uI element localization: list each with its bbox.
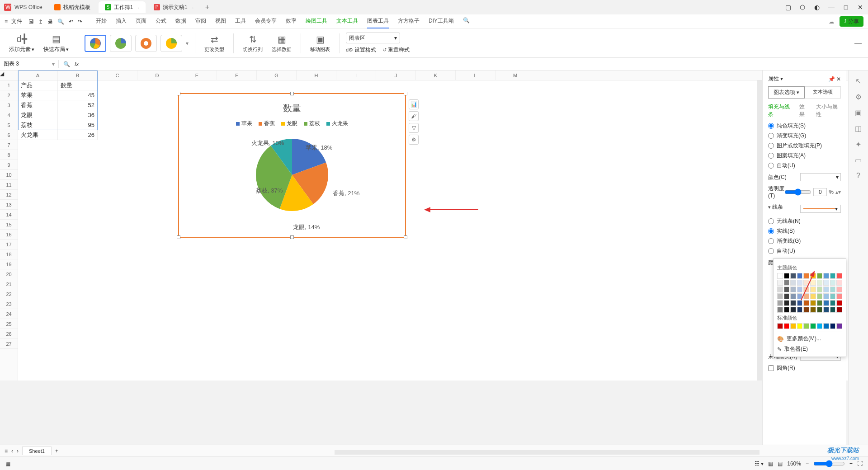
column-header[interactable]: K: [416, 70, 456, 80]
settings-dock-icon[interactable]: ⚙: [855, 93, 862, 101]
row-header[interactable]: 13: [0, 200, 18, 210]
column-header[interactable]: E: [177, 70, 217, 80]
preview-icon[interactable]: 🔍: [57, 19, 64, 25]
mtab-formula[interactable]: 公式: [156, 14, 166, 28]
row-header[interactable]: 7: [0, 140, 18, 150]
export-icon[interactable]: ↥: [38, 19, 43, 25]
file-menu[interactable]: 文件: [11, 18, 22, 25]
hamburger-icon[interactable]: ≡: [5, 19, 8, 25]
row-header[interactable]: 8: [0, 150, 18, 160]
cell-B1[interactable]: 数量: [58, 80, 98, 90]
color-swatch[interactable]: [830, 273, 836, 279]
row-header[interactable]: 5: [0, 120, 18, 130]
color-swatch[interactable]: [777, 307, 783, 313]
color-swatch[interactable]: [784, 287, 790, 292]
horizontal-scrollbar[interactable]: [335, 450, 760, 455]
column-header[interactable]: A: [18, 70, 58, 80]
mtab-view[interactable]: 视图: [215, 14, 226, 28]
row-header[interactable]: 26: [0, 329, 18, 339]
tab-workbook[interactable]: S工作簿1·: [99, 1, 146, 13]
mtab-page[interactable]: 页面: [136, 14, 146, 28]
help-icon[interactable]: ?: [856, 172, 860, 180]
column-header[interactable]: D: [137, 70, 177, 80]
resize-handle[interactable]: [290, 92, 294, 95]
color-swatch[interactable]: [823, 280, 829, 286]
color-swatch[interactable]: [777, 323, 783, 329]
column-header[interactable]: F: [217, 70, 257, 80]
mtab-diy[interactable]: DIY工具箱: [429, 14, 454, 28]
color-swatch[interactable]: [777, 293, 783, 299]
row-header[interactable]: 15: [0, 220, 18, 230]
color-swatch[interactable]: [790, 323, 796, 329]
row-header[interactable]: 18: [0, 249, 18, 259]
cell-A5[interactable]: 荔枝: [18, 120, 58, 130]
redo-icon[interactable]: ↷: [78, 19, 82, 25]
row-header[interactable]: 10: [0, 170, 18, 180]
column-header[interactable]: I: [336, 70, 376, 80]
color-swatch[interactable]: [836, 307, 842, 313]
chart-styles-icon[interactable]: 🖌: [409, 111, 419, 121]
select-all-cell[interactable]: ◢: [0, 70, 18, 80]
row-header[interactable]: 17: [0, 240, 18, 249]
mtab-tools[interactable]: 工具: [235, 14, 246, 28]
select-data-button[interactable]: ▦选择数据: [269, 34, 294, 53]
color-swatch[interactable]: [777, 273, 783, 279]
fx-icon[interactable]: fx: [75, 61, 79, 67]
set-format-button[interactable]: d⚙ 设置格式: [346, 46, 376, 54]
sheet-prev-icon[interactable]: ‹: [11, 448, 13, 454]
color-swatch[interactable]: [836, 300, 842, 306]
row-header[interactable]: 14: [0, 210, 18, 220]
color-swatch[interactable]: [830, 293, 836, 299]
color-swatch[interactable]: [797, 287, 803, 292]
row-header[interactable]: 27: [0, 339, 18, 349]
cell-B6[interactable]: 26: [58, 130, 98, 140]
cube-icon[interactable]: ⬡: [798, 4, 807, 11]
color-swatch[interactable]: [823, 307, 829, 313]
view-page-icon[interactable]: ▦: [768, 461, 773, 467]
row-header[interactable]: 9: [0, 160, 18, 170]
column-header[interactable]: B: [58, 70, 98, 80]
cell-B3[interactable]: 52: [58, 100, 98, 110]
column-header[interactable]: H: [297, 70, 336, 80]
name-box[interactable]: 图表 3▾: [0, 60, 59, 68]
view-layout-icon[interactable]: ▤: [778, 461, 783, 467]
tab-text-options[interactable]: 文本选项: [805, 86, 841, 99]
close-icon[interactable]: ✕: [836, 76, 841, 82]
color-swatch[interactable]: [797, 300, 803, 306]
subtab-effect[interactable]: 效果: [799, 103, 809, 118]
color-swatch[interactable]: [817, 287, 823, 292]
cell-B2[interactable]: 45: [58, 90, 98, 100]
color-swatch[interactable]: [790, 287, 796, 292]
cell-A2[interactable]: 苹果: [18, 90, 58, 100]
tab-template[interactable]: 找稻壳模板: [48, 1, 97, 13]
sheet-menu-icon[interactable]: ≡: [5, 448, 8, 454]
radio-line-solid[interactable]: 实线(S): [768, 227, 841, 235]
row-header[interactable]: 4: [0, 110, 18, 120]
cell-B5[interactable]: 95: [58, 120, 98, 130]
chart-filter-icon[interactable]: ▽: [409, 123, 419, 133]
color-swatch[interactable]: [790, 273, 796, 279]
zoom-icon[interactable]: 🔍: [63, 61, 70, 67]
color-swatch[interactable]: [777, 287, 783, 292]
reset-style-button[interactable]: ↺ 重置样式: [382, 46, 410, 54]
shapes-icon[interactable]: ◫: [855, 124, 862, 133]
quick-layout-button[interactable]: ▤快速布局 ▾: [41, 33, 71, 53]
search-icon[interactable]: 🔍: [463, 14, 470, 28]
row-header[interactable]: 3: [0, 100, 18, 110]
color-swatch[interactable]: [817, 280, 823, 286]
mtab-chart-tools[interactable]: 图表工具: [367, 14, 389, 28]
vertical-scrollbar[interactable]: [757, 80, 762, 381]
pin-icon[interactable]: 📌: [828, 76, 835, 82]
cell-A1[interactable]: 产品: [18, 80, 58, 90]
color-swatch[interactable]: [810, 287, 816, 292]
color-swatch[interactable]: [790, 280, 796, 286]
mtab-insert[interactable]: 插入: [116, 14, 127, 28]
radio-fill-picture[interactable]: 图片或纹理填充(P): [768, 142, 841, 150]
eyedropper-button[interactable]: ✎取色器(E): [777, 345, 842, 353]
color-swatch[interactable]: [810, 293, 816, 299]
chart-title[interactable]: 数量: [179, 102, 405, 114]
radio-fill-solid[interactable]: 纯色填充(S): [768, 122, 841, 130]
more-colors-button[interactable]: 🎨更多颜色(M)...: [777, 335, 842, 343]
color-swatch[interactable]: [797, 293, 803, 299]
fullscreen-icon[interactable]: ⛶: [857, 461, 863, 467]
